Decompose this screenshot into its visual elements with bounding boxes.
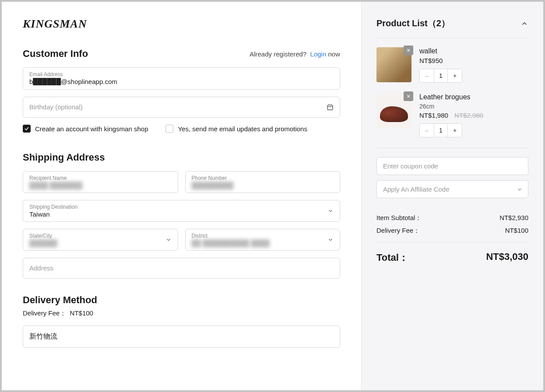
remove-item-button[interactable]: [404, 91, 413, 101]
chevron-down-icon: [327, 208, 334, 214]
shipping-heading: Shipping Address: [23, 152, 340, 163]
delivery-heading: Delivery Method: [23, 294, 340, 306]
login-now-text: now: [328, 50, 340, 58]
svg-rect-0: [327, 105, 333, 110]
product-thumbnail: [376, 47, 411, 82]
email-label: Email Address: [29, 71, 334, 77]
customer-info-heading: Customer Info: [23, 48, 88, 60]
customer-info-section: Customer Info Already registered? Login …: [23, 48, 340, 133]
delivery-fee-label: Delivery Fee：: [376, 227, 420, 235]
qty-value: 1: [434, 124, 448, 137]
total-value: NT$3,030: [486, 251, 528, 264]
qty-decrease-button[interactable]: –: [420, 69, 434, 82]
affiliate-placeholder: Apply An Affiliate Code: [383, 186, 450, 193]
product-price: NT$950: [419, 57, 443, 64]
chevron-up-icon[interactable]: [520, 20, 528, 28]
brand-logo: KINGSMAN: [23, 18, 340, 31]
district-label: District: [192, 233, 334, 239]
birthday-placeholder: Birthday (optional): [29, 103, 83, 111]
phone-field[interactable]: Phone Number █████████: [185, 171, 341, 193]
delivery-option[interactable]: 新竹物流: [23, 326, 340, 348]
product-old-price: NT$2,980: [454, 112, 483, 119]
destination-value: Taiwan: [29, 210, 334, 218]
email-updates-checkbox[interactable]: Yes, send me email updates and promotion…: [165, 125, 307, 133]
state-label: State/City: [29, 233, 172, 239]
phone-label: Phone Number: [192, 175, 334, 181]
product-list-title: Product List（2）: [376, 18, 450, 29]
qty-value: 1: [434, 69, 448, 82]
subtotal-label: Item Subtotal：: [376, 214, 422, 222]
state-select[interactable]: State/City ██████: [23, 229, 178, 251]
birthday-field[interactable]: Birthday (optional): [23, 97, 340, 118]
delivery-fee-label: Delivery Fee：: [23, 309, 66, 317]
email-input[interactable]: [29, 78, 334, 85]
login-link[interactable]: Login: [310, 50, 327, 58]
destination-label: Shipping Destination: [29, 204, 334, 210]
already-registered-text: Already registered?: [250, 50, 306, 58]
delivery-option-label: 新竹物流: [29, 332, 57, 340]
cart-item: wallet NT$950 – 1 +: [376, 47, 528, 83]
create-account-label: Create an account with kingsman shop: [35, 125, 148, 133]
product-count: 2: [436, 18, 441, 28]
affiliate-code-select[interactable]: Apply An Affiliate Code: [376, 180, 528, 198]
product-name: wallet: [419, 47, 528, 55]
chevron-down-icon: [327, 237, 334, 243]
shipping-address-section: Shipping Address Recipient Name ████ ███…: [23, 152, 340, 279]
quantity-stepper[interactable]: – 1 +: [419, 69, 462, 83]
coupon-code-input[interactable]: Enter coupon code: [376, 157, 528, 175]
delivery-fee-value: NT$100: [70, 309, 93, 317]
address-placeholder: Address: [29, 264, 53, 272]
district-select[interactable]: District ██ ██████████ ████: [185, 229, 341, 251]
address-field[interactable]: Address: [23, 258, 340, 279]
product-thumbnail: [376, 93, 411, 128]
checkbox-icon: [165, 125, 173, 133]
destination-select[interactable]: Shipping Destination Taiwan: [23, 200, 340, 222]
calendar-icon: [327, 104, 334, 111]
email-field[interactable]: Email Address: [23, 67, 340, 90]
recipient-value: ████ ███████: [29, 182, 172, 189]
phone-value: █████████: [192, 182, 334, 189]
delivery-method-section: Delivery Method Delivery Fee： NT$100 新竹物…: [23, 294, 340, 348]
district-value: ██ ██████████ ████: [192, 239, 334, 247]
product-variant: 26cm: [419, 103, 528, 110]
delivery-fee-value: NT$100: [505, 227, 528, 235]
product-price: NT$1,980: [419, 112, 448, 119]
chevron-down-icon: [517, 186, 523, 192]
product-name: Leather brogues: [419, 93, 528, 101]
remove-item-button[interactable]: [404, 46, 413, 55]
recipient-label: Recipient Name: [29, 175, 172, 181]
qty-increase-button[interactable]: +: [448, 69, 462, 82]
total-label: Total：: [376, 251, 408, 264]
cart-item: Leather brogues 26cm NT$1,980 NT$2,980 –…: [376, 93, 528, 137]
product-list-suffix: ）: [441, 18, 450, 28]
coupon-placeholder: Enter coupon code: [383, 162, 438, 170]
create-account-checkbox[interactable]: Create an account with kingsman shop: [23, 125, 148, 133]
quantity-stepper[interactable]: – 1 +: [419, 123, 462, 137]
cart-sidebar: Product List（2） wallet NT$950 –: [361, 2, 543, 390]
qty-increase-button[interactable]: +: [448, 124, 462, 137]
email-updates-label: Yes, send me email updates and promotion…: [178, 125, 307, 133]
qty-decrease-button[interactable]: –: [420, 124, 434, 137]
chevron-down-icon: [165, 237, 172, 243]
state-value: ██████: [29, 239, 172, 247]
recipient-name-field[interactable]: Recipient Name ████ ███████: [23, 171, 178, 193]
product-list-prefix: Product List（: [376, 18, 436, 28]
checkbox-icon: [23, 125, 31, 133]
login-prompt: Already registered? Login now: [250, 50, 340, 58]
subtotal-value: NT$2,930: [499, 214, 528, 222]
